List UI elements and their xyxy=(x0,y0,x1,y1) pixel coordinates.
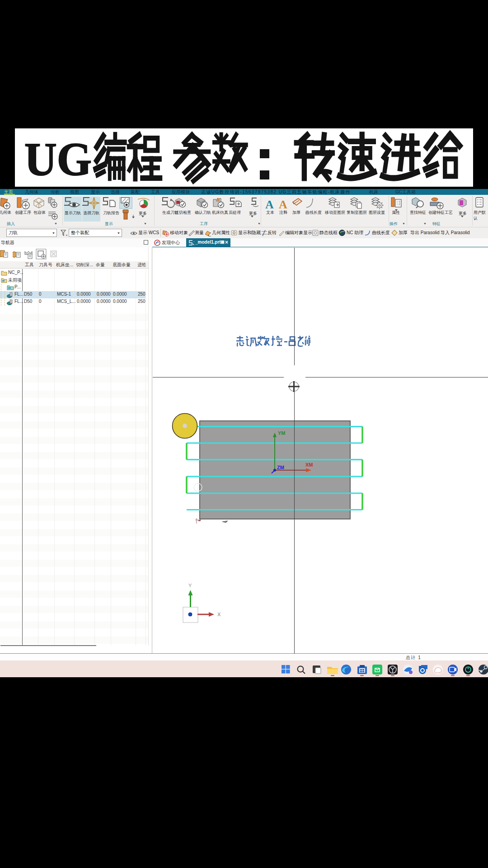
svg-text:XM: XM xyxy=(305,462,313,467)
svg-text:YM: YM xyxy=(278,430,286,436)
svg-text:ZM: ZM xyxy=(277,465,284,470)
svg-text:A: A xyxy=(265,198,274,211)
svg-text:UG: UG xyxy=(24,133,92,185)
svg-text:Y: Y xyxy=(188,583,192,588)
svg-text:X: X xyxy=(217,612,221,617)
svg-text:A: A xyxy=(279,198,287,211)
